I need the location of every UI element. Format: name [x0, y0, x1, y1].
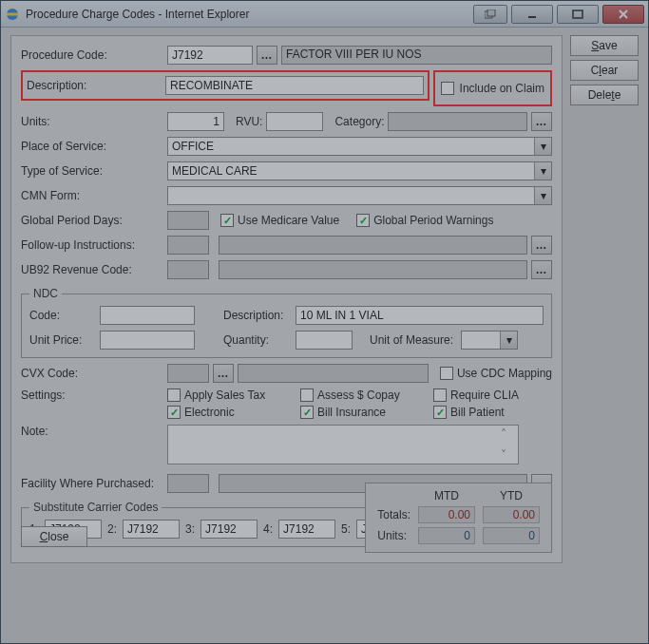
- maximize-window-button[interactable]: [557, 5, 599, 24]
- close-button[interactable]: Close: [21, 526, 87, 547]
- followup-code-input[interactable]: [167, 236, 209, 255]
- ub92-lookup-button[interactable]: …: [531, 260, 552, 279]
- window-title: Procedure Charge Codes - Internet Explor…: [26, 8, 468, 21]
- chevron-down-icon: ▾: [534, 187, 551, 204]
- totals-label: Totals:: [373, 504, 414, 525]
- sub-2-input[interactable]: [123, 520, 180, 539]
- use-cdc-mapping-checkbox[interactable]: [440, 367, 453, 380]
- note-textarea[interactable]: ˄ ˅: [167, 425, 519, 464]
- mtd-units-value: 0: [418, 527, 475, 544]
- procedure-code-input[interactable]: [167, 46, 253, 65]
- global-period-days-label: Global Period Days:: [21, 214, 163, 227]
- ndc-legend: NDC: [29, 287, 62, 300]
- minimize-window-button[interactable]: [511, 5, 553, 24]
- ndc-group: NDC Code: Description: Unit Price: Quant…: [21, 287, 552, 358]
- cvx-description: [238, 364, 429, 383]
- ub92-code-input[interactable]: [167, 260, 209, 279]
- scroll-down-icon[interactable]: ˅: [501, 448, 516, 462]
- save-button[interactable]: Save: [570, 35, 639, 56]
- app-window: Procedure Charge Codes - Internet Explor…: [0, 0, 649, 644]
- procedure-code-description: FACTOR VIII PER IU NOS: [281, 46, 552, 65]
- type-of-service-label: Type of Service:: [21, 164, 163, 178]
- cvx-lookup-button[interactable]: …: [213, 364, 234, 383]
- ellipsis-icon: …: [261, 48, 274, 62]
- close-window-button[interactable]: [602, 5, 644, 24]
- electronic-checkbox[interactable]: [167, 406, 181, 419]
- units-total-label: Units:: [373, 525, 414, 546]
- ndc-code-label: Code:: [29, 309, 96, 322]
- ndc-qty-input[interactable]: [296, 331, 353, 350]
- cmn-form-select[interactable]: ▾: [167, 186, 552, 205]
- substitute-codes-legend: Substitute Carrier Codes: [29, 501, 162, 514]
- assess-copay-checkbox[interactable]: [300, 388, 314, 402]
- cvx-label: CVX Code:: [21, 367, 163, 380]
- include-on-claim-row: Include on Claim: [433, 70, 552, 106]
- ub92-description: [219, 260, 527, 279]
- sub-4-input[interactable]: [278, 520, 335, 539]
- chevron-down-icon: ▾: [534, 162, 551, 180]
- cvx-code-input[interactable]: [167, 364, 209, 383]
- description-input[interactable]: [165, 76, 424, 95]
- delete-button[interactable]: Delete: [570, 85, 639, 105]
- description-label: Description:: [27, 79, 165, 92]
- procedure-code-lookup-button[interactable]: …: [257, 46, 277, 65]
- followup-label: Follow-up Instructions:: [21, 238, 163, 252]
- apply-sales-tax-checkbox[interactable]: [167, 388, 181, 402]
- sub-5-label: 5:: [341, 522, 351, 536]
- procedure-code-label: Procedure Code:: [21, 48, 163, 62]
- sub-4-label: 4:: [263, 522, 273, 536]
- category-lookup-button[interactable]: …: [531, 112, 552, 131]
- use-medicare-value-label: Use Medicare Value: [238, 214, 339, 227]
- svg-rect-2: [487, 9, 495, 16]
- ndc-code-input[interactable]: [100, 306, 195, 325]
- require-clia-label: Require CLIA: [450, 388, 519, 402]
- require-clia-checkbox[interactable]: [433, 388, 447, 402]
- sub-3-input[interactable]: [200, 520, 258, 539]
- global-period-warnings-checkbox[interactable]: [356, 214, 370, 227]
- bill-insurance-checkbox[interactable]: [300, 406, 314, 419]
- global-period-days-input[interactable]: [167, 211, 209, 230]
- restore-window-button[interactable]: [473, 5, 507, 24]
- ellipsis-icon: …: [218, 367, 230, 380]
- ndc-desc-input[interactable]: [296, 306, 544, 325]
- titlebar: Procedure Charge Codes - Internet Explor…: [1, 1, 648, 28]
- include-on-claim-label: Include on Claim: [460, 82, 544, 95]
- ellipsis-icon: …: [536, 238, 548, 252]
- facility-code-input[interactable]: [167, 474, 209, 493]
- type-of-service-select[interactable]: MEDICAL CARE ▾: [167, 161, 552, 180]
- note-label: Note:: [21, 425, 163, 438]
- place-of-service-select[interactable]: OFFICE ▾: [167, 137, 552, 156]
- ub92-label: UB92 Revenue Code:: [21, 263, 163, 276]
- rvu-label: RVU:: [236, 115, 262, 128]
- followup-lookup-button[interactable]: …: [531, 236, 552, 255]
- use-medicare-value-checkbox[interactable]: [220, 214, 234, 227]
- use-cdc-mapping-label: Use CDC Mapping: [457, 367, 552, 380]
- assess-copay-label: Assess $ Copay: [317, 388, 400, 402]
- include-on-claim-checkbox[interactable]: [441, 82, 454, 95]
- ndc-uom-label: Unit of Measure:: [370, 333, 453, 347]
- chevron-down-icon: ▾: [534, 138, 551, 155]
- ndc-uom-select[interactable]: ▾: [461, 331, 518, 350]
- scroll-up-icon[interactable]: ˄: [501, 427, 516, 441]
- type-of-service-value: MEDICAL CARE: [172, 164, 258, 178]
- sub-3-label: 3:: [185, 522, 195, 536]
- apply-sales-tax-label: Apply Sales Tax: [184, 388, 265, 402]
- electronic-label: Electronic: [184, 406, 235, 419]
- global-period-warnings-label: Global Period Warnings: [373, 214, 493, 227]
- ytd-total-value: 0.00: [483, 506, 540, 523]
- description-row: Description:: [21, 70, 429, 101]
- ndc-unit-price-input[interactable]: [100, 331, 195, 350]
- totals-panel: MTD YTD Totals: 0.00 0.00 Units: 0 0: [365, 483, 552, 553]
- units-input[interactable]: [167, 112, 224, 131]
- cmn-form-label: CMN Form:: [21, 189, 163, 202]
- side-buttons: Save Clear Delete: [570, 35, 639, 563]
- clear-button[interactable]: Clear: [570, 60, 639, 81]
- place-of-service-label: Place of Service:: [21, 140, 163, 153]
- bill-patient-checkbox[interactable]: [433, 406, 447, 419]
- rvu-input[interactable]: [266, 112, 323, 131]
- ytd-header: YTD: [479, 487, 544, 504]
- ndc-unit-price-label: Unit Price:: [29, 333, 96, 347]
- followup-description: [219, 236, 527, 255]
- sub-2-label: 2:: [107, 522, 117, 536]
- bill-patient-label: Bill Patient: [450, 406, 505, 419]
